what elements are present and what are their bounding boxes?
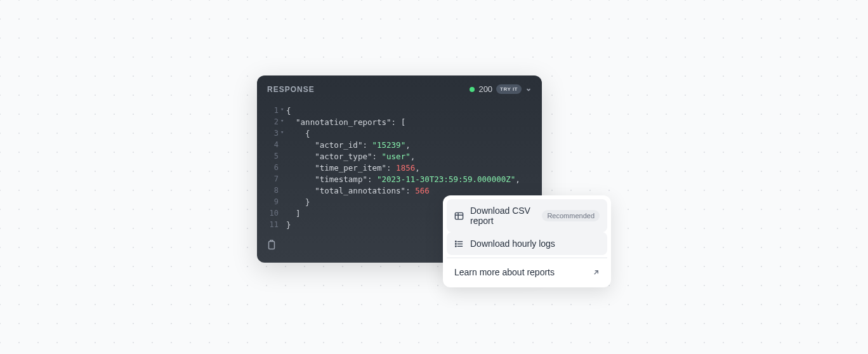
fold-marker-icon <box>279 151 286 162</box>
code-content: } <box>286 197 310 208</box>
code-content: { <box>286 128 310 140</box>
menu-item-label: Learn more about reports <box>454 267 586 277</box>
status-dot-icon <box>470 87 475 92</box>
code-content: ] <box>286 208 301 220</box>
code-line: 3▾ { <box>267 128 532 140</box>
line-number: 4 <box>267 140 279 151</box>
external-link-icon <box>593 269 600 276</box>
menu-item-download-csv[interactable]: Download CSV report Recommended <box>447 199 607 232</box>
menu-item-learn-more[interactable]: Learn more about reports <box>447 261 607 284</box>
fold-marker-icon <box>279 162 286 174</box>
code-line: 6 "time_per_item": 1856, <box>267 162 532 174</box>
fold-marker-icon[interactable]: ▾ <box>279 117 286 128</box>
line-number: 8 <box>267 185 279 197</box>
menu-item-label: Download CSV report <box>470 206 536 226</box>
fold-marker-icon <box>279 185 286 197</box>
fold-marker-icon <box>279 197 286 208</box>
code-line: 4 "actor_id": "15239", <box>267 140 532 151</box>
panel-title: RESPONSE <box>267 85 315 94</box>
line-number: 2 <box>267 117 279 128</box>
code-line: 2▾ "annotation_reports": [ <box>267 117 532 128</box>
svg-point-9 <box>456 246 456 246</box>
line-number: 9 <box>267 197 279 208</box>
fold-marker-icon <box>279 208 286 220</box>
line-number: 11 <box>267 220 279 231</box>
code-content: "total_annotations": 566 <box>286 185 430 197</box>
code-line: 1▾{ <box>267 105 532 117</box>
clipboard-icon[interactable] <box>267 240 276 250</box>
header-status-area: 200 TRY IT <box>470 84 532 94</box>
line-number: 1 <box>267 105 279 117</box>
code-content: } <box>286 220 291 231</box>
svg-rect-0 <box>269 242 275 249</box>
fold-marker-icon <box>279 220 286 231</box>
recommended-badge: Recommended <box>542 210 600 221</box>
code-line: 7 "timestamp": "2023-11-30T23:59:59.0000… <box>267 174 532 185</box>
line-number: 5 <box>267 151 279 162</box>
svg-point-8 <box>456 243 456 244</box>
menu-item-download-hourly[interactable]: Download hourly logs <box>447 232 607 255</box>
code-line: 5 "actor_type": "user", <box>267 151 532 162</box>
fold-marker-icon <box>279 140 286 151</box>
code-content: "annotation_reports": [ <box>286 117 405 128</box>
svg-point-7 <box>456 241 456 242</box>
menu-item-label: Download hourly logs <box>470 239 600 249</box>
code-content: "actor_id": "15239", <box>286 140 411 151</box>
line-number: 6 <box>267 162 279 174</box>
chevron-down-icon[interactable] <box>525 86 532 93</box>
table-icon <box>454 211 464 221</box>
line-number: 10 <box>267 208 279 220</box>
status-code: 200 <box>478 84 492 94</box>
code-content: { <box>286 105 291 117</box>
line-number: 3 <box>267 128 279 140</box>
reports-dropdown-menu: Download CSV report Recommended Download… <box>443 195 611 287</box>
svg-rect-1 <box>455 213 463 219</box>
panel-header: RESPONSE 200 TRY IT <box>257 75 542 100</box>
code-content: "time_per_item": 1856, <box>286 162 420 174</box>
fold-marker-icon <box>279 174 286 185</box>
code-content: "actor_type": "user", <box>286 151 415 162</box>
code-content: "timestamp": "2023-11-30T23:59:59.000000… <box>286 174 520 185</box>
menu-divider <box>447 258 607 258</box>
try-it-button[interactable]: TRY IT <box>496 84 522 94</box>
fold-marker-icon[interactable]: ▾ <box>279 105 286 117</box>
list-icon <box>454 239 464 249</box>
line-number: 7 <box>267 174 279 185</box>
fold-marker-icon[interactable]: ▾ <box>279 128 286 140</box>
